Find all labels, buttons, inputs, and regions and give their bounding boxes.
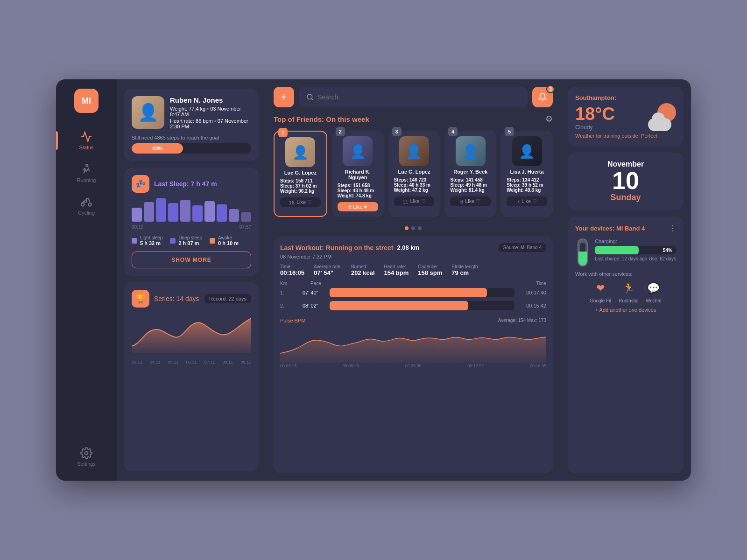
friend-card-4: 4 👤 Roger Y. Beck Steps: 141 458 Sleep: …	[444, 131, 496, 217]
like-button-5[interactable]: 7 Like ♡	[507, 196, 547, 206]
weather-desc: Cloudy	[575, 124, 615, 131]
service-google-fit[interactable]: ❤ Google Fit	[590, 280, 611, 303]
filter-icon[interactable]: ⚙	[545, 114, 553, 124]
progress-bar-bg: 43%	[132, 143, 251, 154]
search-input[interactable]	[317, 93, 520, 101]
sidebar-item-settings[interactable]: Settings	[56, 442, 117, 471]
carousel-dots	[274, 226, 553, 230]
left-panel: 👤 Ruben N. Jones Weight: 77.4 kg • 03 No…	[117, 79, 266, 481]
svg-point-2	[88, 203, 92, 206]
show-more-button[interactable]: SHOW MORE	[132, 252, 251, 268]
friend-weight-1: Weight: 90.2 kg	[280, 189, 321, 194]
friend-avatar-3: 👤	[399, 136, 429, 166]
weather-main: 18°C Cloudy	[575, 103, 676, 131]
notification-badge: 3	[546, 85, 555, 93]
sleep-card: 💤 Last Sleep: 7 h 47 m 00:10 07:57	[124, 168, 259, 276]
avatar-image: 👤	[132, 96, 164, 129]
runtastic-icon: 🏃	[620, 280, 636, 296]
workout-time: 08 November 7:32 PM	[280, 254, 546, 259]
workout-header: Last Workout: Running on the street 2.08…	[280, 243, 546, 252]
sidebar-label-running: Running	[77, 177, 96, 183]
search-icon	[306, 93, 314, 101]
sidebar-label-status: Status	[79, 145, 93, 150]
rank-badge-4: 4	[448, 127, 458, 136]
profile-weight: Weight: 77.4 kg • 03 November 8:47 AM	[170, 106, 251, 117]
like-button-3[interactable]: 11 Like ♡	[394, 196, 435, 206]
sidebar-label-cycling: Cycling	[78, 210, 95, 216]
svg-point-1	[81, 203, 85, 206]
app-container: MI Status Running Cycling	[56, 79, 691, 481]
device-band-icon	[575, 238, 590, 266]
workout-stats: Time: 00:16:05 Average rate: 07' 54" Bur…	[280, 264, 546, 276]
friend-avatar-2: 👤	[343, 136, 373, 166]
date-card: November 10 Sunday	[568, 153, 684, 210]
trophy-icon: 🏆	[132, 290, 149, 308]
service-runtastic[interactable]: 🏃 Runtastic	[619, 280, 638, 303]
sleep-icon: 💤	[132, 175, 149, 193]
device-band-fill	[578, 252, 587, 266]
friend-name-5: Lisa J. Huerta	[510, 169, 544, 175]
sleep-time-row: 00:10 07:57	[132, 224, 251, 230]
legend-deep: Deep sleep 2 h 07 m	[170, 235, 202, 246]
wechat-icon: 💬	[646, 280, 662, 296]
profile-card: 👤 Ruben N. Jones Weight: 77.4 kg • 03 No…	[124, 89, 259, 161]
like-button-4[interactable]: 6 Like ♡	[450, 196, 491, 206]
charge-bar-fill	[595, 246, 639, 254]
devices-more-icon[interactable]: ⋮	[669, 224, 676, 233]
workout-source: Source: Mi Band 4	[499, 243, 546, 252]
devices-header: Your devices: Mi Band 4 ⋮	[575, 224, 676, 233]
pulse-x-labels: 00:03:1300:06:2600:09:3900:12:5200:16:05	[280, 364, 546, 368]
wstat-heartrate: Heart rate: 154 bpm	[384, 264, 409, 276]
rank-badge-1: 1	[278, 128, 288, 137]
km-table-header: KmPaceTime	[280, 281, 546, 286]
legend-awake: Awake 0 h 10 m	[210, 235, 239, 246]
dot-1[interactable]	[405, 226, 409, 230]
friend-name-4: Roger Y. Beck	[453, 169, 487, 175]
services-row: ❤ Google Fit 🏃 Runtastic 💬 Wechat	[575, 280, 676, 303]
like-button-2[interactable]: 8 Like ♥	[338, 202, 378, 211]
devices-card: Your devices: Mi Band 4 ⋮ Charging: 54%	[568, 217, 684, 473]
right-panel: Southampton: 18°C Cloudy Weather for tra…	[560, 79, 691, 481]
progress-bar-fill: 43%	[132, 143, 183, 154]
workout-title: Last Workout: Running on the street	[280, 244, 393, 252]
notifications-button[interactable]: 3	[532, 87, 553, 107]
add-button[interactable]: +	[274, 87, 294, 107]
sidebar-item-running[interactable]: Running	[56, 159, 117, 188]
service-label-google-fit: Google Fit	[590, 298, 611, 303]
km-bar-bg-1	[330, 288, 514, 297]
service-label-runtastic: Runtastic	[619, 298, 638, 303]
device-band	[578, 238, 588, 266]
dot-3[interactable]	[418, 226, 422, 230]
km-row-2: 2. 08' 02" 00:15:42	[280, 301, 546, 310]
friend-card-1: 1 👤 Lue G. Lopez Steps: 158 711 Sleep: 3…	[274, 131, 327, 217]
svg-point-0	[86, 164, 88, 166]
weather-icon	[648, 103, 676, 131]
service-label-wechat: Wechat	[646, 298, 662, 303]
bell-icon	[538, 92, 547, 102]
km-row-1: 1. 07' 40" 00:07:40	[280, 288, 546, 297]
friend-card-5: 5 👤 Lisa J. Huerta Steps: 134 412 Sleep:…	[501, 131, 553, 217]
add-device-button[interactable]: + Add another one devices	[575, 307, 676, 313]
friend-avatar-1: 👤	[285, 137, 315, 167]
friend-stat-1: Steps: 158 711	[280, 178, 321, 183]
chart-labels: 03.1104.1105.1106.1107.1108.1109.11	[132, 360, 251, 364]
device-last-charge: Last charge: 12 days ago Use: 62 days	[595, 256, 676, 261]
search-bar	[299, 87, 528, 107]
sleep-bars	[132, 198, 251, 222]
svg-point-4	[307, 94, 312, 99]
service-wechat[interactable]: 💬 Wechat	[646, 280, 662, 303]
wstat-burned: Burned: 202 kcal	[351, 264, 375, 276]
sleep-card-header: 💤 Last Sleep: 7 h 47 m	[132, 175, 251, 193]
logo-button[interactable]: MI	[74, 89, 99, 113]
friend-card-3: 3 👤 Lue G. Lopez Steps: 146 723 Sleep: 4…	[388, 131, 440, 217]
pulse-header: Pulse BPM Average: 154 Max: 173	[280, 318, 546, 323]
profile-name: Ruben N. Jones	[170, 96, 251, 104]
sidebar-item-status[interactable]: Status	[56, 126, 117, 155]
record-badge: Record: 22 days	[204, 294, 251, 303]
sidebar-item-cycling[interactable]: Cycling	[56, 191, 117, 220]
dot-2[interactable]	[411, 226, 415, 230]
wstat-avgrate: Average rate: 07' 54"	[314, 264, 342, 276]
devices-title: Your devices: Mi Band 4	[575, 225, 645, 232]
like-button-1[interactable]: 16 Like ♡	[280, 197, 321, 207]
svg-point-3	[85, 452, 88, 455]
